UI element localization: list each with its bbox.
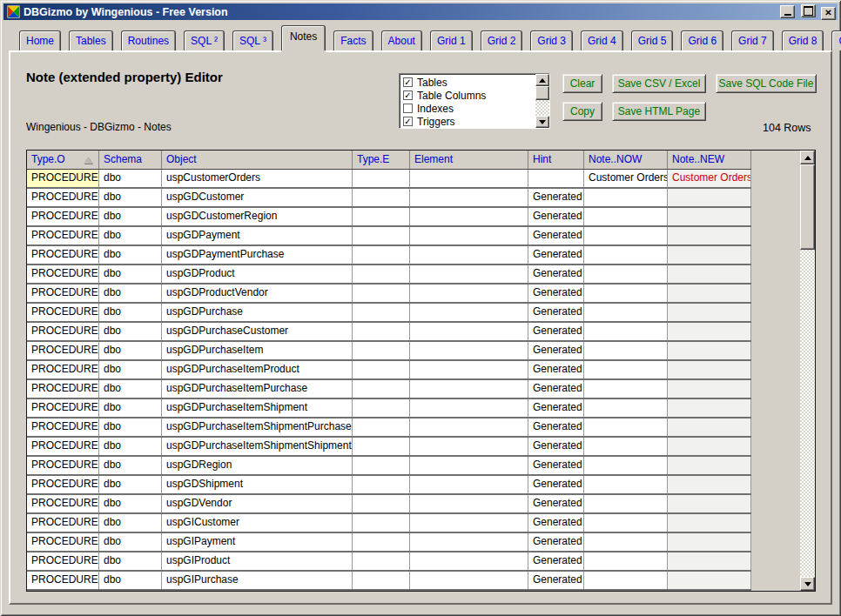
cell-hint[interactable]: Generated (528, 361, 584, 378)
cell-element[interactable] (410, 399, 528, 417)
cell-type-e[interactable] (353, 380, 410, 398)
cell-type-o[interactable]: PROCEDURE (27, 552, 99, 570)
maximize-button[interactable] (801, 4, 816, 17)
cell-note-new[interactable] (668, 380, 751, 398)
cell-schema[interactable]: dbo (99, 476, 162, 493)
tab-home[interactable]: Home (19, 30, 61, 50)
cell-note-new[interactable] (668, 399, 751, 417)
cell-note-now[interactable] (584, 572, 668, 589)
cell-type-o[interactable]: PROCEDURE (27, 265, 99, 283)
cell-note-new[interactable] (668, 227, 751, 244)
cell-note-now[interactable] (584, 189, 668, 206)
cell-object[interactable]: uspGDPurchaseItemProduct (162, 361, 353, 378)
cell-type-o[interactable]: PROCEDURE (27, 438, 99, 455)
cell-type-o[interactable]: PROCEDURE (27, 361, 99, 378)
cell-element[interactable] (410, 476, 528, 493)
cell-type-e[interactable] (353, 361, 410, 378)
cell-note-new[interactable] (668, 476, 751, 493)
cell-type-o[interactable]: PROCEDURE (27, 323, 99, 340)
cell-note-now[interactable] (584, 552, 668, 570)
cell-type-e[interactable] (353, 285, 410, 302)
cell-hint[interactable]: Generated (528, 399, 584, 417)
tab-tables[interactable]: Tables (69, 30, 113, 50)
cell-schema[interactable]: dbo (99, 170, 162, 187)
cell-note-new[interactable] (668, 533, 751, 551)
clear-button[interactable]: Clear (562, 74, 602, 93)
cell-type-o[interactable]: PROCEDURE (27, 285, 99, 302)
cell-type-o[interactable]: PROCEDURE (27, 342, 99, 359)
cell-note-now[interactable] (584, 285, 668, 302)
cell-note-new[interactable] (668, 189, 751, 206)
cell-hint[interactable]: Generated (528, 495, 584, 512)
cell-schema[interactable]: dbo (99, 533, 162, 551)
cell-element[interactable] (410, 227, 528, 244)
cell-element[interactable] (410, 514, 528, 532)
cell-hint[interactable]: Generated (528, 227, 584, 244)
cell-note-now[interactable] (584, 399, 668, 417)
cell-schema[interactable]: dbo (99, 304, 162, 321)
cell-note-now[interactable] (584, 208, 668, 225)
cell-type-o[interactable]: PROCEDURE (27, 189, 99, 206)
cell-type-e[interactable] (353, 552, 410, 570)
copy-button[interactable]: Copy (562, 102, 602, 121)
cell-object[interactable]: uspGDPurchaseCustomer (162, 323, 353, 340)
tab-facts[interactable]: Facts (333, 30, 373, 50)
cell-schema[interactable]: dbo (99, 514, 162, 532)
scrollbar-thumb[interactable] (535, 86, 549, 100)
cell-element[interactable] (410, 189, 528, 206)
scroll-down-button[interactable] (535, 116, 549, 128)
cell-hint[interactable]: Generated (528, 533, 584, 551)
cell-note-now[interactable] (584, 457, 668, 474)
scroll-down-button[interactable] (800, 577, 815, 591)
cell-type-o[interactable]: PROCEDURE (27, 533, 99, 551)
cell-note-now[interactable] (584, 265, 668, 283)
cell-element[interactable] (410, 170, 528, 187)
cell-object[interactable]: uspGDRegion (162, 457, 353, 474)
tab-about[interactable]: About (381, 30, 422, 50)
cell-object[interactable]: uspGDPurchaseItem (162, 342, 353, 359)
cell-type-o[interactable]: PROCEDURE (27, 208, 99, 225)
cell-type-e[interactable] (353, 246, 410, 264)
cell-schema[interactable]: dbo (99, 227, 162, 244)
cell-note-new[interactable] (668, 265, 751, 283)
cell-type-e[interactable] (353, 476, 410, 493)
cell-element[interactable] (410, 285, 528, 302)
cell-note-new[interactable] (668, 304, 751, 321)
cell-element[interactable] (410, 533, 528, 551)
filter-item-table-columns[interactable]: ✓Table Columns (400, 89, 535, 102)
cell-hint[interactable]: Generated (528, 342, 584, 359)
cell-type-e[interactable] (353, 572, 410, 589)
cell-hint[interactable]: Generated (528, 285, 584, 302)
cell-schema[interactable]: dbo (99, 265, 162, 283)
cell-type-e[interactable] (353, 514, 410, 532)
cell-note-new[interactable] (668, 323, 751, 340)
cell-object[interactable]: uspGDPaymentPurchase (162, 246, 353, 264)
tab-sql[interactable]: SQL ² (184, 30, 225, 50)
cell-hint[interactable]: Generated (528, 265, 584, 283)
checkbox-unchecked-icon[interactable] (403, 104, 413, 113)
cell-object[interactable]: uspGDPurchaseItemShipment (162, 399, 353, 417)
cell-type-o[interactable]: PROCEDURE (27, 227, 99, 244)
cell-hint[interactable]: Generated (528, 457, 584, 474)
cell-schema[interactable]: dbo (99, 323, 162, 340)
scroll-up-button[interactable] (535, 74, 549, 86)
cell-hint[interactable]: Generated (528, 189, 584, 206)
column-header-element[interactable]: Element (410, 151, 528, 169)
cell-note-now[interactable] (584, 323, 668, 340)
cell-element[interactable] (410, 265, 528, 283)
minimize-button[interactable] (780, 5, 795, 18)
cell-note-now[interactable] (584, 476, 668, 493)
cell-object[interactable]: uspGDProductVendor (162, 285, 353, 302)
cell-hint[interactable]: Generated (528, 514, 584, 532)
cell-hint[interactable]: Generated (528, 323, 584, 340)
cell-object[interactable]: uspGDCustomerRegion (162, 208, 353, 225)
cell-schema[interactable]: dbo (99, 189, 162, 206)
cell-hint[interactable]: Generated (528, 552, 584, 570)
cell-element[interactable] (410, 457, 528, 474)
cell-note-now[interactable] (584, 304, 668, 321)
tab-sql[interactable]: SQL ³ (232, 30, 273, 50)
filter-list-scrollbar[interactable] (535, 74, 549, 128)
cell-hint[interactable]: Generated (528, 476, 584, 493)
cell-element[interactable] (410, 572, 528, 589)
cell-note-now[interactable] (584, 533, 668, 551)
